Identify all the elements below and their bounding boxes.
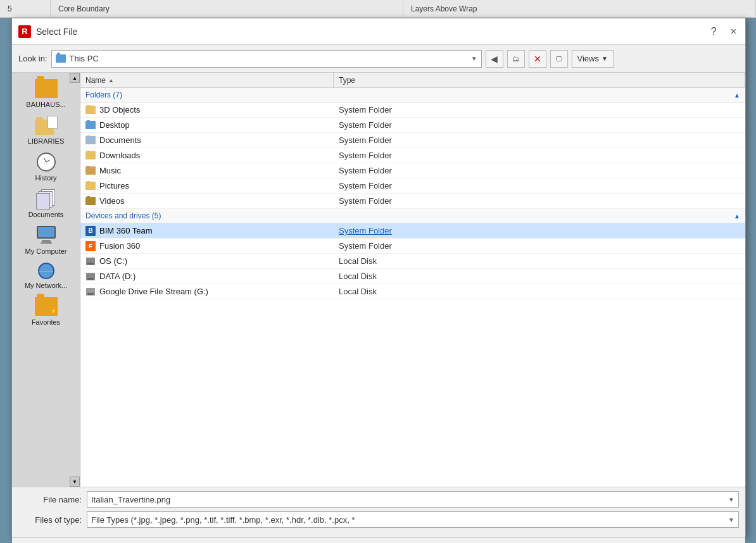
disk-icon-d (85, 272, 96, 282)
disk-icon-c (85, 256, 96, 266)
help-button[interactable]: ? (709, 25, 719, 39)
section-folders-collapse[interactable]: ▲ (734, 92, 740, 99)
file-list-area: Name ▲ Type Folders (7) ▲ 3D (80, 73, 745, 487)
sidebar-item-documents[interactable]: Documents (18, 185, 75, 222)
sidebar-item-libraries-label: LIBRARIES (28, 137, 64, 145)
views-arrow-icon: ▼ (602, 55, 608, 62)
file-name-3dobjects: 3D Objects (99, 105, 140, 115)
col-type-header[interactable]: Type (334, 73, 745, 87)
file-name-downloads: Downloads (99, 151, 140, 160)
sidebar-scroll-down[interactable]: ▼ (70, 477, 80, 487)
file-row-fusion360[interactable]: F Fusion 360 System Folder (80, 239, 745, 254)
section-folders-header: Folders (7) ▲ (80, 88, 745, 103)
file-row[interactable]: Videos System Folder (80, 194, 745, 209)
look-in-dropdown[interactable]: This PC ▼ (51, 50, 482, 68)
footer: Tools ▼ Open Cancel (12, 537, 745, 543)
close-button[interactable]: × (728, 25, 739, 39)
sidebar-item-bauhaus[interactable]: BAUHAUS... (18, 75, 75, 112)
sidebar-item-favorites-label: Favorites (32, 318, 60, 326)
file-row[interactable]: 3D Objects System Folder (80, 103, 745, 118)
sidebar: ▲ BAUHAUS... LIBRARIES History (12, 73, 80, 487)
section-devices-header: Devices and drives (5) ▲ (80, 209, 745, 223)
file-name-value: Italian_Travertine.png (91, 495, 724, 504)
file-row[interactable]: Downloads System Folder (80, 148, 745, 163)
sidebar-item-history-label: History (35, 174, 56, 182)
folder-icon-downloads (85, 151, 96, 159)
file-row-name: Pictures (80, 181, 334, 190)
file-type-3dobjects: System Folder (334, 105, 745, 115)
look-in-value: This PC (70, 54, 467, 63)
views-label: Views (577, 54, 599, 63)
delete-button[interactable]: ✕ (529, 50, 546, 68)
sidebar-scroll-up[interactable]: ▲ (70, 73, 80, 83)
file-row-os-c[interactable]: OS (C:) Local Disk (80, 254, 745, 269)
file-row-name: Downloads (80, 151, 334, 160)
file-row-data-d[interactable]: DATA (D:) Local Disk (80, 269, 745, 284)
title-bar-right: ? × (709, 25, 739, 39)
file-row[interactable]: Desktop System Folder (80, 118, 745, 133)
file-type-bim360: System Folder (334, 226, 745, 235)
sidebar-item-libraries[interactable]: LIBRARIES (18, 112, 75, 149)
file-type-downloads: System Folder (334, 151, 745, 160)
sidebar-item-my-computer[interactable]: My Computer (18, 222, 75, 259)
file-row[interactable]: Pictures System Folder (80, 178, 745, 194)
file-row-bim360[interactable]: B BIM 360 Team System Folder (80, 223, 745, 239)
file-type-music: System Folder (334, 166, 745, 175)
file-row-name: F Fusion 360 (80, 241, 334, 251)
file-name-input[interactable]: Italian_Travertine.png ▼ (87, 491, 739, 508)
file-name-label: File name: (18, 495, 82, 504)
section-devices-collapse[interactable]: ▲ (734, 213, 740, 220)
file-name-data-d: DATA (D:) (99, 272, 135, 281)
file-list-header: Name ▲ Type (80, 73, 745, 88)
bg-col-core: Core Boundary (51, 0, 403, 17)
new-folder-button[interactable]: 🗂 (507, 50, 525, 68)
views-button[interactable]: Views ▼ (572, 50, 614, 68)
sort-arrow-icon: ▲ (108, 77, 114, 84)
col-type-text: Type (339, 76, 355, 85)
look-in-folder-icon (56, 54, 66, 63)
sidebar-item-history[interactable]: History (18, 149, 75, 185)
file-list-scroll[interactable]: Folders (7) ▲ 3D Objects System Folder D… (80, 88, 745, 487)
file-type-pictures: System Folder (334, 181, 745, 190)
file-row-gdrive[interactable]: Google Drive File Stream (G:) Local Disk (80, 284, 745, 299)
file-name-videos: Videos (99, 196, 125, 206)
file-row[interactable]: Documents System Folder (80, 133, 745, 148)
file-row-name: OS (C:) (80, 256, 334, 266)
file-type-value: File Types (*.jpg, *.jpeg, *.png, *.tif,… (91, 515, 724, 525)
bim-icon: B (85, 226, 96, 236)
new-folder-icon: 🗂 (512, 54, 520, 63)
file-name-row: File name: Italian_Travertine.png ▼ (18, 491, 739, 508)
file-type-label: Files of type: (18, 515, 82, 525)
sidebar-item-my-network[interactable]: My Network... (18, 259, 75, 293)
file-name-os-c: OS (C:) (99, 256, 127, 266)
select-file-dialog: R Select File ? × Look in: This PC ▼ ◀ 🗂… (11, 18, 746, 537)
back-button[interactable]: ◀ (486, 50, 503, 68)
network-icon (38, 263, 54, 279)
file-row-name: Videos (80, 196, 334, 206)
sidebar-item-documents-label: Documents (28, 211, 64, 218)
disk-icon-g (85, 287, 96, 297)
file-type-gdrive: Local Disk (334, 287, 745, 296)
sidebar-item-my-network-label: My Network... (25, 282, 67, 289)
file-type-documents: System Folder (334, 135, 745, 145)
file-row[interactable]: Music System Folder (80, 163, 745, 178)
file-type-row: Files of type: File Types (*.jpg, *.jpeg… (18, 511, 739, 528)
file-type-input[interactable]: File Types (*.jpg, *.jpeg, *.png, *.tif,… (87, 511, 739, 528)
computer-icon (35, 226, 58, 245)
file-row-name: DATA (D:) (80, 272, 334, 282)
sidebar-item-favorites[interactable]: ★ Favorites (18, 293, 75, 330)
col-name-header[interactable]: Name ▲ (80, 73, 334, 87)
folder-icon-desktop (85, 121, 96, 129)
bg-col-number: 5 (0, 0, 51, 17)
properties-button[interactable]: 🖵 (550, 50, 568, 68)
file-name-pictures: Pictures (99, 181, 129, 190)
bg-col-layers: Layers Above Wrap (403, 0, 756, 17)
file-type-os-c: Local Disk (334, 256, 745, 266)
file-name-gdrive: Google Drive File Stream (G:) (99, 287, 208, 296)
dialog-title: Select File (36, 27, 77, 37)
file-name-documents: Documents (99, 135, 141, 145)
title-bar-left: R Select File (18, 25, 77, 38)
section-devices-label: Devices and drives (5) (85, 211, 161, 220)
file-name-dropdown-icon: ▼ (728, 496, 734, 503)
sidebar-item-bauhaus-label: BAUHAUS... (26, 101, 65, 108)
